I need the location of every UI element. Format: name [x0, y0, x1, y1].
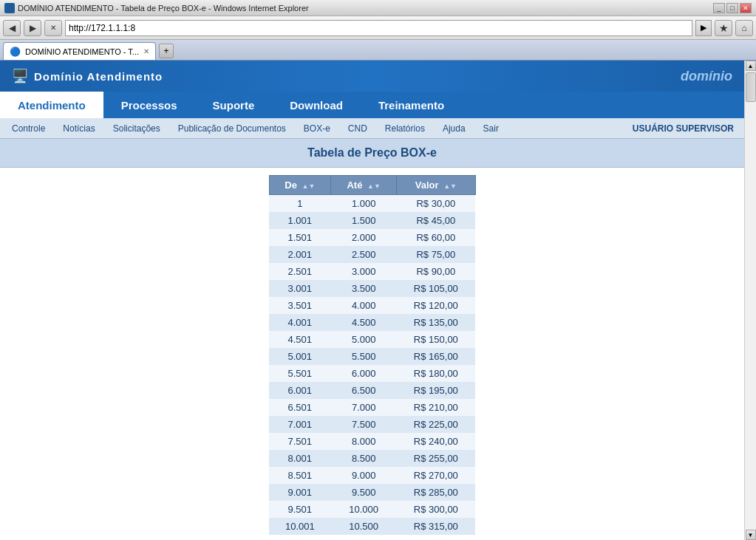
page-wrapper: 🖥️ Domínio Atendimento domínio Atendimen…	[0, 61, 756, 540]
cell-valor: R$ 120,00	[397, 297, 475, 314]
cell-valor: R$ 90,00	[397, 263, 475, 280]
cell-valor: R$ 210,00	[397, 399, 475, 416]
stop-button[interactable]: ✕	[44, 20, 62, 36]
cell-de: 6.001	[269, 382, 331, 399]
table-row: 9.0019.500R$ 285,00	[269, 484, 475, 501]
nav-item-treinamento[interactable]: Treinamento	[361, 92, 462, 118]
subnav-relatorios[interactable]: Relatórios	[376, 118, 434, 139]
cell-ate: 7.500	[331, 416, 397, 433]
sort-de-icon: ▲▼	[302, 182, 316, 190]
cell-de: 3.501	[269, 297, 331, 314]
table-row: 6.0016.500R$ 195,00	[269, 382, 475, 399]
subnav-boxe[interactable]: BOX-e	[295, 118, 339, 139]
col-valor[interactable]: Valor ▲▼	[397, 176, 475, 195]
subnav-solicitacoes[interactable]: Solicitações	[104, 118, 169, 139]
cell-valor: R$ 225,00	[397, 416, 475, 433]
browser-titlebar: DOMÍNIO ATENDIMENTO - Tabela de Preço BO…	[0, 0, 756, 16]
new-tab-button[interactable]: +	[159, 44, 174, 58]
subnav-cnd[interactable]: CND	[339, 118, 376, 139]
cell-ate: 4.500	[331, 314, 397, 331]
col-ate[interactable]: Até ▲▼	[331, 176, 397, 195]
table-row: 10.00110.500R$ 315,00	[269, 518, 475, 535]
user-label: USUÁRIO SUPERVISOR	[625, 123, 741, 134]
table-row: 6.5017.000R$ 210,00	[269, 399, 475, 416]
table-row: 3.0013.500R$ 105,00	[269, 280, 475, 297]
close-button[interactable]: ✕	[740, 3, 752, 13]
sort-valor-icon: ▲▼	[443, 182, 457, 190]
vertical-scrollbar: ▲ ▼	[744, 61, 756, 540]
cell-valor: R$ 285,00	[397, 484, 475, 501]
subnav-sair[interactable]: Sair	[474, 118, 508, 139]
restore-button[interactable]: □	[726, 3, 738, 13]
table-row: 11.000R$ 30,00	[269, 195, 475, 213]
cell-de: 8.001	[269, 450, 331, 467]
main-nav: Atendimento Processos Suporte Download T…	[0, 92, 744, 118]
cell-valor: R$ 240,00	[397, 433, 475, 450]
forward-button[interactable]: ▶	[24, 20, 41, 36]
minimize-button[interactable]: _	[713, 3, 725, 13]
cell-de: 9.501	[269, 501, 331, 518]
cell-de: 2.501	[269, 263, 331, 280]
table-row: 2.5013.000R$ 90,00	[269, 263, 475, 280]
ie-icon	[4, 3, 15, 13]
browser-title: DOMÍNIO ATENDIMENTO - Tabela de Preço BO…	[18, 4, 309, 13]
cell-ate: 3.000	[331, 263, 397, 280]
go-button[interactable]: ▶	[695, 20, 712, 36]
active-tab[interactable]: 🔵 DOMÍNIO ATENDIMENTO - T... ✕	[3, 42, 156, 60]
subnav-ajuda[interactable]: Ajuda	[434, 118, 474, 139]
cell-ate: 5.000	[331, 331, 397, 348]
cell-de: 6.501	[269, 399, 331, 416]
cell-de: 4.501	[269, 331, 331, 348]
sub-nav: Controle Notícias Solicitações Publicaçã…	[0, 118, 744, 139]
table-row: 4.5015.000R$ 150,00	[269, 331, 475, 348]
cell-valor: R$ 195,00	[397, 382, 475, 399]
back-button[interactable]: ◀	[3, 20, 21, 36]
scroll-down-button[interactable]: ▼	[746, 530, 756, 540]
cell-ate: 6.500	[331, 382, 397, 399]
cell-valor: R$ 315,00	[397, 518, 475, 535]
cell-de: 5.501	[269, 365, 331, 382]
table-row: 5.5016.000R$ 180,00	[269, 365, 475, 382]
subnav-controle[interactable]: Controle	[3, 118, 54, 139]
nav-item-atendimento[interactable]: Atendimento	[0, 92, 103, 118]
table-row: 1.0011.500R$ 45,00	[269, 212, 475, 229]
tab-bar: 🔵 DOMÍNIO ATENDIMENTO - T... ✕ +	[0, 40, 756, 61]
app-logo: Domínio Atendimento	[34, 70, 163, 83]
nav-item-suporte[interactable]: Suporte	[195, 92, 273, 118]
table-row: 7.5018.000R$ 240,00	[269, 433, 475, 450]
cell-valor: R$ 45,00	[397, 212, 475, 229]
app-header: 🖥️ Domínio Atendimento domínio	[0, 61, 744, 92]
cell-ate: 10.500	[331, 518, 397, 535]
scroll-up-button[interactable]: ▲	[746, 61, 756, 71]
cell-ate: 2.000	[331, 229, 397, 246]
tab-icon: 🔵	[10, 47, 21, 57]
tab-close-button[interactable]: ✕	[143, 47, 149, 55]
titlebar-controls: _ □ ✕	[713, 3, 752, 13]
col-de[interactable]: De ▲▼	[269, 176, 331, 195]
cell-ate: 2.500	[331, 246, 397, 263]
cell-ate: 6.000	[331, 365, 397, 382]
cell-ate: 7.000	[331, 399, 397, 416]
favorites-button[interactable]: ★	[715, 20, 732, 36]
scroll-thumb[interactable]	[746, 72, 756, 102]
home-button[interactable]: ⌂	[735, 20, 753, 36]
cell-valor: R$ 255,00	[397, 450, 475, 467]
cell-ate: 5.500	[331, 348, 397, 365]
subnav-noticias[interactable]: Notícias	[54, 118, 103, 139]
subnav-publicacao[interactable]: Publicação de Documentos	[169, 118, 295, 139]
cell-de: 1	[269, 195, 331, 213]
cell-ate: 1.500	[331, 212, 397, 229]
table-row: 4.0014.500R$ 135,00	[269, 314, 475, 331]
table-header-row: De ▲▼ Até ▲▼ Valor ▲▼	[269, 176, 475, 195]
nav-item-download[interactable]: Download	[272, 92, 361, 118]
cell-de: 8.501	[269, 467, 331, 484]
cell-valor: R$ 135,00	[397, 314, 475, 331]
address-input[interactable]	[65, 20, 692, 36]
cell-ate: 4.000	[331, 297, 397, 314]
cell-de: 1.001	[269, 212, 331, 229]
cell-valor: R$ 165,00	[397, 348, 475, 365]
table-row: 7.0017.500R$ 225,00	[269, 416, 475, 433]
table-row: 5.0015.500R$ 165,00	[269, 348, 475, 365]
browser-toolbar: ◀ ▶ ✕ ▶ ★ ⌂	[0, 16, 756, 40]
nav-item-processos[interactable]: Processos	[103, 92, 195, 118]
